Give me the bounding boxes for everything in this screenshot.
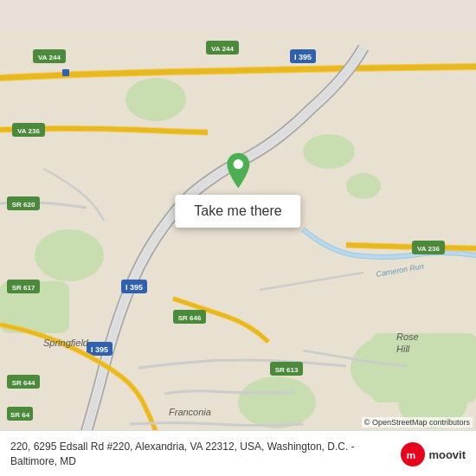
moovit-logo: m moovit <box>401 442 466 466</box>
svg-text:SR 64: SR 64 <box>10 411 30 419</box>
svg-text:VA 244: VA 244 <box>211 45 234 53</box>
svg-point-5 <box>346 173 381 199</box>
svg-text:m: m <box>407 449 415 460</box>
svg-text:Rose: Rose <box>396 331 419 342</box>
take-me-there-button[interactable]: Take me there <box>175 195 300 228</box>
svg-text:SR 646: SR 646 <box>178 314 202 322</box>
svg-point-4 <box>303 134 355 169</box>
svg-text:VA 236: VA 236 <box>417 245 440 253</box>
svg-text:SR 613: SR 613 <box>275 366 299 374</box>
map-container: I 395 I 395 I 395 VA 244 VA 244 VA 236 V… <box>0 0 476 476</box>
svg-text:SR 617: SR 617 <box>12 284 35 292</box>
svg-text:I 395: I 395 <box>294 53 312 61</box>
svg-rect-43 <box>62 69 69 76</box>
svg-text:Springfield: Springfield <box>43 338 89 348</box>
svg-point-1 <box>35 229 104 281</box>
svg-text:SR 644: SR 644 <box>12 379 35 387</box>
svg-text:SR 620: SR 620 <box>12 201 35 209</box>
svg-point-7 <box>238 376 316 428</box>
svg-text:Franconia: Franconia <box>169 407 211 417</box>
osm-credit: © OpenStreetMap contributors <box>362 417 473 428</box>
address-text: 220, 6295 Edsall Rd #220, Alexandria, VA… <box>10 440 394 469</box>
take-me-there-overlay: Take me there <box>175 151 300 228</box>
svg-text:I 395: I 395 <box>125 283 143 292</box>
moovit-icon: m <box>401 442 425 466</box>
svg-rect-10 <box>372 333 476 402</box>
bottom-bar: 220, 6295 Edsall Rd #220, Alexandria, VA… <box>0 430 476 476</box>
moovit-label: moovit <box>428 448 466 461</box>
svg-point-44 <box>233 159 242 169</box>
svg-text:VA 236: VA 236 <box>17 127 40 135</box>
map-pin-icon <box>219 151 257 190</box>
svg-point-6 <box>125 78 186 121</box>
svg-text:Hill: Hill <box>396 344 410 354</box>
svg-text:I 395: I 395 <box>91 345 108 354</box>
svg-text:VA 244: VA 244 <box>38 54 61 61</box>
